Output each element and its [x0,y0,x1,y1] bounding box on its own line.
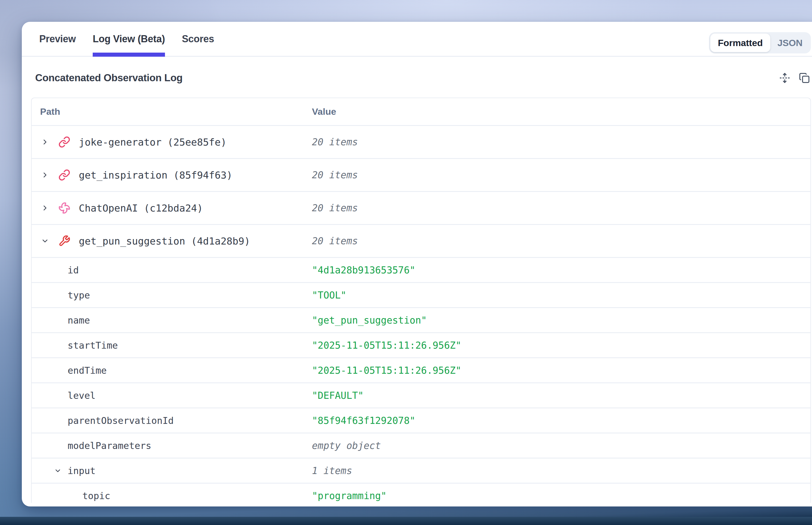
value-cell: 20 items [312,159,358,191]
log-row[interactable]: endTime"2025-11-05T15:11:26.956Z" [32,358,810,383]
path-cell: get_inspiration (85f94f63) [32,169,233,181]
format-toggle-formatted[interactable]: Formatted [710,33,770,52]
path-cell: joke-generator (25ee85fe) [32,136,226,148]
wrench-icon [58,235,70,247]
path-cell: get_pun_suggestion (4d1a28b9) [32,235,250,247]
value-cell: "85f94f63f1292078" [312,408,415,433]
link-icon [58,136,70,148]
path-cell: id [32,265,79,275]
chevron-down-icon[interactable] [54,467,62,475]
tab-log-view[interactable]: Log View (Beta) [93,22,165,56]
value-cell: empty object [312,433,381,458]
observation-log-table: Path Value joke-generator (25ee85fe)20 i… [31,97,811,503]
log-row[interactable]: name"get_pun_suggestion" [32,308,810,333]
path-cell: input [32,465,95,476]
chevron-right-icon[interactable] [41,138,49,146]
path-cell: endTime [32,365,107,376]
column-header-value: Value [312,106,336,117]
expand-rows-icon[interactable] [779,72,791,84]
trace-detail-panel: Preview Log View (Beta) Scores Formatted… [22,22,812,507]
path-label: topic [82,490,110,501]
fan-icon [58,202,70,214]
log-row[interactable]: id"4d1a28b913653576" [32,258,810,283]
value-cell: "2025-11-05T15:11:26.956Z" [312,333,461,357]
path-label: joke-generator (25ee85fe) [79,137,226,148]
desktop-background: { "tabs": [ { "label": "Preview", "activ… [0,0,812,525]
table-body: joke-generator (25ee85fe)20 itemsget_ins… [32,126,810,503]
value-cell: 20 items [312,225,358,257]
value-cell: "2025-11-05T15:11:26.956Z" [312,358,461,382]
link-icon [58,169,70,181]
value-cell: "DEFAULT" [312,383,364,407]
path-cell: modelParameters [32,440,151,451]
tab-scores[interactable]: Scores [182,22,214,56]
chevron-right-icon[interactable] [41,171,49,179]
path-label: startTime [68,340,118,351]
section-actions [779,72,810,84]
format-toggle: Formatted JSON [709,32,811,54]
tab-preview[interactable]: Preview [39,22,76,56]
log-row[interactable]: modelParametersempty object [32,433,810,459]
path-label: name [68,315,90,326]
path-cell: level [32,390,95,401]
format-toggle-json[interactable]: JSON [770,33,810,52]
path-label: level [68,390,95,401]
value-cell: "programming" [312,483,387,503]
path-label: id [68,265,79,275]
path-label: type [68,290,90,301]
section-header: Concatenated Observation Log [22,58,812,99]
path-label: ChatOpenAI (c12bda24) [79,202,203,214]
path-label: parentObservationId [68,415,174,426]
section-title: Concatenated Observation Log [35,72,183,84]
background-bottom-strip [0,517,812,525]
log-row[interactable]: get_pun_suggestion (4d1a28b9)20 items [32,225,810,258]
log-row[interactable]: parentObservationId"85f94f63f1292078" [32,408,810,433]
chevron-right-icon[interactable] [41,204,49,212]
log-row[interactable]: level"DEFAULT" [32,383,810,408]
path-cell: topic [32,490,110,501]
table-header-row: Path Value [32,98,810,126]
path-label: input [68,465,95,476]
log-row[interactable]: input1 items [32,459,810,483]
log-row[interactable]: ChatOpenAI (c12bda24)20 items [32,192,810,225]
value-cell: "4d1a28b913653576" [312,258,415,282]
column-header-path: Path [32,106,60,117]
value-cell: 1 items [312,459,352,483]
value-cell: "TOOL" [312,283,346,307]
path-cell: parentObservationId [32,415,174,426]
value-cell: "get_pun_suggestion" [312,308,427,332]
log-row[interactable]: joke-generator (25ee85fe)20 items [32,126,810,159]
tab-bar: Preview Log View (Beta) Scores Formatted… [22,22,812,57]
path-cell: ChatOpenAI (c12bda24) [32,202,203,214]
value-cell: 20 items [312,192,358,224]
copy-icon[interactable] [798,72,810,84]
log-row[interactable]: startTime"2025-11-05T15:11:26.956Z" [32,333,810,358]
path-label: get_inspiration (85f94f63) [79,169,233,181]
value-cell: 20 items [312,126,358,158]
chevron-down-icon[interactable] [41,237,49,245]
path-cell: type [32,290,90,301]
path-label: endTime [68,365,107,376]
path-cell: startTime [32,340,118,351]
path-label: get_pun_suggestion (4d1a28b9) [79,236,250,247]
path-label: modelParameters [68,440,151,451]
log-row[interactable]: topic"programming" [32,483,810,503]
log-row[interactable]: type"TOOL" [32,283,810,308]
path-cell: name [32,315,90,326]
log-row[interactable]: get_inspiration (85f94f63)20 items [32,159,810,192]
